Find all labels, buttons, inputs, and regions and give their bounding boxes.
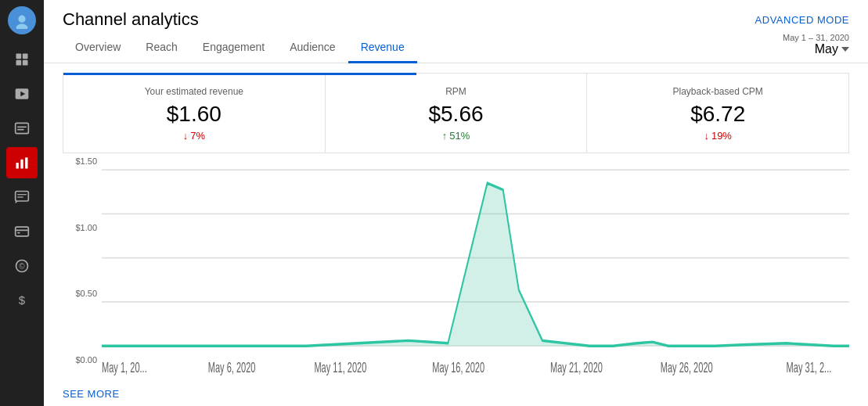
svg-rect-2 bbox=[16, 54, 22, 59]
metric-value-revenue: $1.60 bbox=[167, 102, 222, 127]
x-label-4: May 21, 2020 bbox=[550, 359, 603, 375]
page-header: Channel analytics ADVANCED MODE bbox=[44, 0, 868, 33]
sidebar: © $ bbox=[0, 0, 44, 406]
svg-rect-3 bbox=[23, 54, 28, 59]
svg-rect-13 bbox=[25, 157, 27, 168]
metric-value-rpm: $5.66 bbox=[428, 102, 483, 127]
svg-rect-8 bbox=[16, 123, 29, 133]
y-label-050: $0.50 bbox=[75, 289, 97, 298]
svg-rect-11 bbox=[16, 163, 19, 169]
metric-card-revenue: Your estimated revenue $1.60 ↓ 7% bbox=[63, 74, 326, 153]
y-label-100: $1.00 bbox=[75, 223, 97, 232]
metric-cards: Your estimated revenue $1.60 ↓ 7% RPM $5… bbox=[63, 73, 849, 153]
chart-svg-wrapper: May 1, 20... May 6, 2020 May 11, 2020 Ma… bbox=[102, 156, 849, 383]
chart-area: $1.50 $1.00 $0.50 $0.00 bbox=[63, 156, 849, 383]
metric-value-cpm: $6.72 bbox=[690, 102, 745, 127]
svg-rect-12 bbox=[20, 160, 23, 169]
svg-rect-18 bbox=[16, 227, 29, 236]
main-content: Channel analytics ADVANCED MODE Overview… bbox=[44, 0, 868, 406]
x-label-5: May 26, 2020 bbox=[661, 359, 713, 375]
avatar[interactable] bbox=[8, 6, 36, 34]
tab-overview[interactable]: Overview bbox=[63, 33, 133, 63]
arrow-down-icon-2: ↓ bbox=[704, 130, 709, 142]
metric-card-rpm: RPM $5.66 ↑ 51% bbox=[326, 74, 588, 153]
date-value: May bbox=[815, 42, 849, 56]
chart-svg: May 1, 20... May 6, 2020 May 11, 2020 Ma… bbox=[102, 156, 849, 383]
svg-rect-20 bbox=[17, 232, 20, 234]
sidebar-item-subtitles[interactable] bbox=[6, 113, 38, 144]
x-label-1: May 6, 2020 bbox=[208, 359, 256, 375]
sidebar-item-monetization[interactable] bbox=[6, 216, 38, 247]
advanced-mode-button[interactable]: ADVANCED MODE bbox=[755, 14, 849, 26]
sidebar-item-dashboard[interactable] bbox=[6, 44, 38, 75]
date-range-label: May 1 – 31, 2020 bbox=[783, 33, 849, 42]
content-area: Your estimated revenue $1.60 ↓ 7% RPM $5… bbox=[44, 63, 868, 406]
arrow-down-icon: ↓ bbox=[183, 130, 189, 142]
metric-label-rpm: RPM bbox=[445, 86, 466, 97]
metric-change-rpm: ↑ 51% bbox=[442, 130, 470, 142]
tabs: Overview Reach Engagement Audience Reven… bbox=[63, 33, 417, 63]
sidebar-item-comments[interactable] bbox=[6, 181, 38, 213]
svg-rect-5 bbox=[23, 60, 28, 66]
chevron-down-icon bbox=[841, 47, 849, 52]
svg-rect-4 bbox=[16, 60, 22, 66]
tab-audience[interactable]: Audience bbox=[277, 33, 348, 63]
svg-text:$: $ bbox=[19, 293, 26, 307]
tab-reach[interactable]: Reach bbox=[133, 33, 189, 63]
metric-label-revenue: Your estimated revenue bbox=[145, 86, 243, 97]
x-label-0: May 1, 20... bbox=[102, 359, 147, 375]
svg-point-1 bbox=[16, 24, 28, 29]
see-more-button[interactable]: SEE MORE bbox=[63, 383, 849, 406]
svg-rect-19 bbox=[16, 230, 29, 232]
sidebar-item-copyright[interactable]: © bbox=[6, 250, 38, 282]
sidebar-item-revenue[interactable]: $ bbox=[6, 285, 38, 316]
y-axis: $1.50 $1.00 $0.50 $0.00 bbox=[63, 156, 102, 383]
tab-engagement[interactable]: Engagement bbox=[190, 33, 277, 63]
svg-rect-14 bbox=[16, 192, 29, 202]
page-title: Channel analytics bbox=[63, 9, 199, 30]
sidebar-item-videos[interactable] bbox=[6, 78, 38, 110]
y-label-150: $1.50 bbox=[75, 156, 97, 166]
tabs-row: Overview Reach Engagement Audience Reven… bbox=[44, 33, 868, 63]
metric-card-cpm: Playback-based CPM $6.72 ↓ 19% bbox=[587, 74, 848, 153]
arrow-up-icon: ↑ bbox=[442, 130, 448, 142]
metric-change-revenue: ↓ 7% bbox=[183, 130, 205, 142]
metric-change-cpm: ↓ 19% bbox=[704, 130, 732, 142]
tab-revenue[interactable]: Revenue bbox=[348, 33, 417, 63]
x-label-3: May 16, 2020 bbox=[432, 359, 484, 375]
y-label-000: $0.00 bbox=[75, 355, 97, 365]
x-label-6: May 31, 2... bbox=[787, 359, 832, 375]
x-label-2: May 11, 2020 bbox=[314, 359, 366, 375]
date-selector[interactable]: May 1 – 31, 2020 May bbox=[783, 33, 849, 63]
svg-text:©: © bbox=[19, 262, 25, 271]
svg-marker-29 bbox=[102, 183, 849, 346]
svg-point-0 bbox=[18, 16, 25, 23]
sidebar-item-analytics[interactable] bbox=[6, 147, 38, 178]
metric-label-cpm: Playback-based CPM bbox=[672, 86, 762, 97]
